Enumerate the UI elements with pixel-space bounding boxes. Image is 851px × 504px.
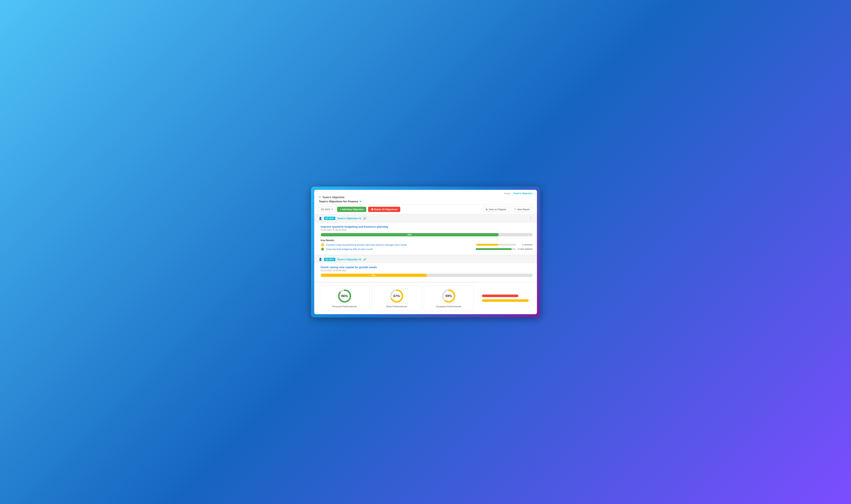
- objective-2: 👤 Q3 2021 Team's Objective #2 🔗 Finish r…: [314, 255, 537, 282]
- objective-2-tag: Q3 2021: [324, 258, 335, 261]
- breadcrumb-home: Home: [504, 192, 510, 195]
- kr-row-1: 🟡 Conduct a day-long planning session wi…: [321, 243, 533, 246]
- personal-label: Personal Performances: [332, 305, 357, 308]
- objective-2-title: Team's Objective #2: [337, 258, 361, 261]
- key-results-label: Key Results: [321, 239, 533, 241]
- side-bars: [479, 282, 537, 314]
- toolbar-right: ⊞ View as Diagram ↗ View Report: [483, 207, 533, 212]
- personal-pct: 86%: [341, 294, 348, 298]
- kr-1-value: 2 sessions: [518, 244, 533, 246]
- view-as-diagram-button[interactable]: ⊞ View as Diagram: [483, 207, 509, 212]
- objective-1-progress-bar: 84%: [321, 233, 533, 236]
- kr-2-bar-fill: [475, 248, 512, 250]
- outer-frame: Home / Team's Objective ⚙ Team's Objecti…: [311, 186, 540, 318]
- link-icon-1[interactable]: 🔗: [363, 217, 366, 220]
- team-donut: 67%: [389, 289, 404, 303]
- app-header: Home / Team's Objective ⚙ Team's Objecti…: [314, 190, 537, 204]
- kr-row-2: 🟢 Close the final budget by 20th of each…: [321, 248, 533, 251]
- objective-1-tag: Q3 2021: [324, 217, 335, 220]
- kr-2-bar: [475, 248, 516, 250]
- objective-2-dates: 01-07-2021 To 30-09-2021: [321, 269, 533, 272]
- company-performance-card: 59% Company Performances: [424, 286, 474, 311]
- toolbar: Q3 2021 Q2 2021 Q1 2021 + Add New Object…: [314, 204, 537, 214]
- report-icon: ↗: [514, 208, 516, 211]
- page-icon: ⚙: [318, 196, 321, 199]
- main-window: Home / Team's Objective ⚙ Team's Objecti…: [314, 190, 537, 314]
- objective-2-body: Finish raising new capital for growth ne…: [314, 263, 537, 282]
- diagram-icon: ⊞: [486, 208, 488, 211]
- company-label: Company Performances: [436, 305, 461, 308]
- kr-2-text: Close the final budget by 20th of each m…: [326, 248, 474, 251]
- window-title: Team's Objective: [323, 196, 345, 199]
- kr-1-icon: 🟡: [321, 243, 324, 246]
- page-title-row: ⚙ Team's Objective: [318, 196, 533, 199]
- objective-1-body: Improve quarterly budgeting and business…: [314, 222, 537, 254]
- user-icon: 👤: [318, 217, 322, 220]
- objective-1-header: 👤 Q3 2021 Team's Objective #1 🔗 ⋮: [314, 214, 537, 222]
- performance-cards: 86% Personal Performances 67% Team Perfo…: [314, 282, 479, 314]
- edit-icon[interactable]: ✏: [360, 200, 362, 203]
- objective-1-title: Team's Objective #1: [337, 217, 361, 220]
- objective-1: 👤 Q3 2021 Team's Objective #1 🔗 ⋮ Improv…: [314, 214, 537, 254]
- side-bar-red: [482, 294, 518, 297]
- personal-donut: 86%: [337, 289, 352, 303]
- objective-1-progress-fill: 84%: [321, 233, 499, 236]
- kr-2-icon: 🟢: [321, 248, 324, 251]
- link-icon-2[interactable]: 🔗: [363, 258, 366, 261]
- delete-all-objectives-button[interactable]: 🗑 Delete All Objectives: [368, 207, 400, 212]
- breadcrumb: Home / Team's Objective: [318, 192, 533, 195]
- company-donut: 59%: [441, 289, 456, 303]
- kr-1-bar-fill: [476, 244, 498, 246]
- team-performance-card: 67% Team Performances: [372, 286, 421, 311]
- quarter-select[interactable]: Q3 2021 Q2 2021 Q1 2021: [318, 207, 335, 212]
- page-title: Team's Objectives for Finance: [319, 200, 358, 203]
- team-label: Team Performances: [386, 305, 407, 308]
- objective-1-dates: 01-07-2021 To 30-09-2021: [321, 229, 533, 231]
- team-pct: 67%: [393, 294, 400, 298]
- objective-2-progress-bar: 50%: [321, 274, 533, 277]
- side-bar-yellow: [482, 299, 529, 302]
- company-pct: 59%: [445, 294, 452, 298]
- breadcrumb-current: Team's Objective: [513, 192, 533, 195]
- bottom-section: 86% Personal Performances 67% Team Perfo…: [314, 282, 537, 314]
- breadcrumb-separator: /: [511, 192, 512, 195]
- kr-1-text: Conduct a day-long planning session with…: [326, 244, 474, 246]
- objective-2-header: 👤 Q3 2021 Team's Objective #2 🔗: [314, 256, 537, 263]
- personal-performance-card: 86% Personal Performances: [320, 286, 369, 311]
- objective-2-progress-fill: 50%: [321, 274, 427, 277]
- kr-2-value: 3 meet dateline: [518, 248, 533, 250]
- objective-1-menu[interactable]: ⋮: [529, 216, 533, 220]
- objective-1-name: Improve quarterly budgeting and business…: [321, 225, 533, 228]
- view-report-button[interactable]: ↗ View Report: [511, 207, 533, 212]
- add-new-objective-button[interactable]: + Add New Objective: [337, 207, 366, 212]
- kr-1-bar: [476, 244, 516, 246]
- user-icon-2: 👤: [318, 258, 322, 261]
- objective-2-name: Finish raising new capital for growth ne…: [321, 266, 533, 269]
